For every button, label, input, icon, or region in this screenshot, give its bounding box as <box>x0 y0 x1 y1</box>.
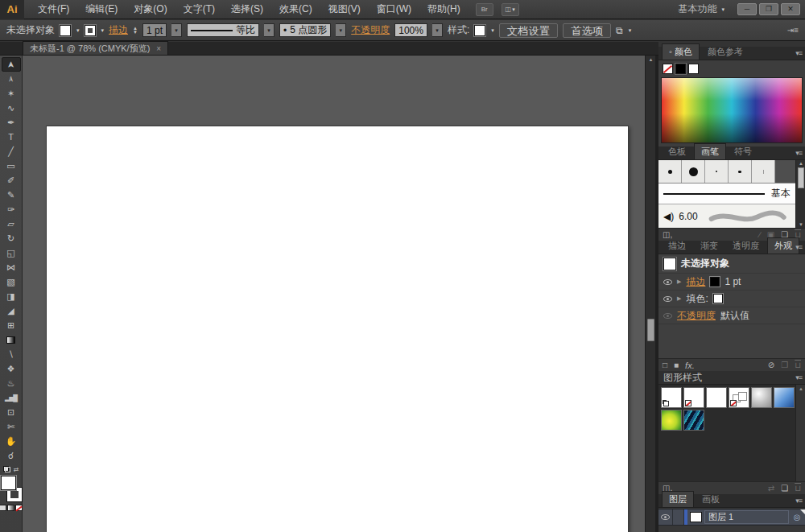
panel-menu-icon[interactable]: ▾≡ <box>795 373 802 381</box>
tab-stroke[interactable]: 描边 <box>662 238 692 254</box>
tab-brushes[interactable]: 画笔 <box>694 143 726 159</box>
scroll-up-icon[interactable]: ▲ <box>796 386 805 391</box>
opacity-field[interactable]: 100% <box>394 23 427 37</box>
add-new-fill-icon[interactable]: ■ <box>674 361 679 369</box>
column-graph-tool[interactable]: ▂▅█ <box>2 390 21 405</box>
art-brush-row[interactable]: ◀) 6.00 <box>658 204 795 228</box>
menu-help[interactable]: 帮助(H) <box>420 0 468 19</box>
none-mode-button[interactable] <box>15 505 23 511</box>
gradient-mode-button[interactable] <box>7 505 14 511</box>
blend-tool[interactable]: ❖ <box>2 361 21 376</box>
direct-selection-tool[interactable]: ➢ <box>2 72 21 86</box>
tab-layers[interactable]: 图层 <box>662 491 694 507</box>
arrange-documents-icon[interactable]: ◫ ▾ <box>502 3 519 16</box>
line-segment-tool[interactable]: ╱ <box>2 144 21 159</box>
menu-file[interactable]: 文件(F) <box>31 0 76 19</box>
menu-view[interactable]: 视图(V) <box>321 0 368 19</box>
visibility-eye-icon[interactable] <box>663 313 672 319</box>
menu-effect[interactable]: 效果(C) <box>272 0 320 19</box>
delete-item-icon[interactable]: ⊔ <box>795 361 801 369</box>
tab-artboards[interactable]: 画板 <box>696 492 726 507</box>
color-spectrum[interactable] <box>661 77 803 143</box>
black-swatch[interactable] <box>675 64 686 74</box>
tab-color-guide[interactable]: 颜色参考 <box>701 44 749 60</box>
layer-lock-cell[interactable] <box>673 509 684 525</box>
menu-type[interactable]: 文字(T) <box>176 0 222 19</box>
pen-tool[interactable]: ✒ <box>2 115 21 130</box>
scrollbar-thumb[interactable] <box>647 319 654 341</box>
stroke-weight-dropdown[interactable]: ▾ <box>171 23 182 37</box>
eraser-tool[interactable]: ▱ <box>2 217 21 231</box>
stroke-weight-field[interactable]: 1 pt <box>142 23 167 37</box>
stroke-color-swatch[interactable] <box>85 25 96 36</box>
panel-menu-icon[interactable]: ▾≡ <box>795 149 802 157</box>
scroll-up-icon[interactable]: ▲ <box>646 57 656 62</box>
default-fill-stroke-icon[interactable] <box>3 466 10 472</box>
layer-row[interactable]: 图层 1 ◎ <box>658 509 805 526</box>
graphic-style-yellow-organic[interactable] <box>661 410 682 431</box>
doc-options-icon[interactable]: ⧉ <box>616 25 623 36</box>
add-new-stroke-icon[interactable]: □ <box>663 361 667 369</box>
appearance-stroke-row[interactable]: ▶ 描边 1 pt <box>658 274 805 291</box>
mesh-tool[interactable]: ⊞ <box>2 318 21 332</box>
slice-tool[interactable]: ✄ <box>2 419 21 434</box>
shape-builder-tool[interactable]: ◨ <box>2 289 21 303</box>
scrollbar-thumb[interactable] <box>798 167 804 188</box>
chevron-down-icon[interactable]: ▾ <box>491 27 494 34</box>
swap-fill-stroke-icon[interactable]: ⇄ <box>14 466 19 473</box>
visibility-eye-icon[interactable] <box>663 279 672 285</box>
disclosure-triangle-icon[interactable]: ▶ <box>677 278 681 285</box>
graphic-style-no-fill[interactable] <box>683 387 704 408</box>
gradient-tool[interactable] <box>2 332 21 347</box>
document-setup-button[interactable]: 文档设置 <box>499 23 558 38</box>
brushes-scrollbar[interactable]: ▲ ▼ <box>795 160 805 228</box>
brush-definition-arrow[interactable]: ▾ <box>336 23 346 37</box>
white-swatch[interactable] <box>688 64 699 74</box>
graphic-style-blue-gradient[interactable] <box>774 387 795 408</box>
perspective-grid-tool[interactable]: ◢ <box>2 303 21 318</box>
panel-menu-icon[interactable]: ▾≡ <box>795 497 802 505</box>
fill-color-swatch[interactable] <box>60 25 71 36</box>
scroll-down-icon[interactable]: ▼ <box>796 222 805 227</box>
preferences-button[interactable]: 首选项 <box>563 23 611 38</box>
new-style-icon[interactable]: ❏ <box>781 484 788 493</box>
chevron-down-icon[interactable]: ▾ <box>629 27 632 34</box>
tab-symbols[interactable]: 符号 <box>728 144 758 159</box>
rectangle-tool[interactable]: ▭ <box>2 159 21 173</box>
free-transform-tool[interactable]: ▧ <box>2 274 21 289</box>
width-tool[interactable]: ⋈ <box>2 260 21 274</box>
document-tab[interactable]: 未标题-1 @ 78% (CMYK/预览) × <box>23 41 168 55</box>
restore-button[interactable]: ❐ <box>759 3 778 15</box>
graphic-style-blue-pattern[interactable] <box>683 410 704 431</box>
color-mode-button[interactable] <box>0 505 6 511</box>
tab-color[interactable]: ◦ 颜色 <box>662 43 700 60</box>
stroke-weight-stepper[interactable]: ▲▼ <box>133 27 138 35</box>
fill-box[interactable] <box>1 476 16 490</box>
scale-tool[interactable]: ◱ <box>2 245 21 260</box>
unlink-style-icon[interactable]: ⇄ <box>768 484 774 493</box>
type-tool[interactable]: T <box>2 130 21 144</box>
opacity-panel-link[interactable]: 不透明度 <box>351 23 390 37</box>
graphic-style-white[interactable] <box>706 387 727 408</box>
close-tab-icon[interactable]: × <box>156 44 161 53</box>
hand-tool[interactable]: ✋ <box>2 434 21 448</box>
close-button[interactable]: ✕ <box>781 3 800 15</box>
chevron-down-icon[interactable]: ▾ <box>101 27 105 34</box>
style-swatch[interactable] <box>474 25 485 36</box>
layer-thumbnail[interactable] <box>690 512 702 522</box>
opacity-link[interactable]: 不透明度 <box>677 309 716 323</box>
graphic-styles-scrollbar[interactable]: ▲ <box>795 385 805 481</box>
width-profile-dropdown[interactable]: 等比 <box>187 23 259 37</box>
layer-name[interactable]: 图层 1 <box>704 510 789 524</box>
eyedropper-tool[interactable]: ∖ <box>2 347 21 361</box>
paintbrush-tool[interactable]: ✐ <box>2 173 21 188</box>
brush-definition-dropdown[interactable]: • 5 点圆形 <box>279 23 331 37</box>
graphic-style-gray-3d[interactable] <box>751 387 772 408</box>
selection-tool[interactable]: ➤ <box>2 57 21 72</box>
lasso-tool[interactable]: ∿ <box>2 101 21 115</box>
menu-object[interactable]: 对象(O) <box>126 0 174 19</box>
rotate-tool[interactable]: ↻ <box>2 231 21 245</box>
panel-menu-icon[interactable]: ▾≡ <box>795 49 802 57</box>
fill-color-chip[interactable] <box>713 294 723 303</box>
delete-style-icon[interactable]: ⊔ <box>795 484 801 493</box>
